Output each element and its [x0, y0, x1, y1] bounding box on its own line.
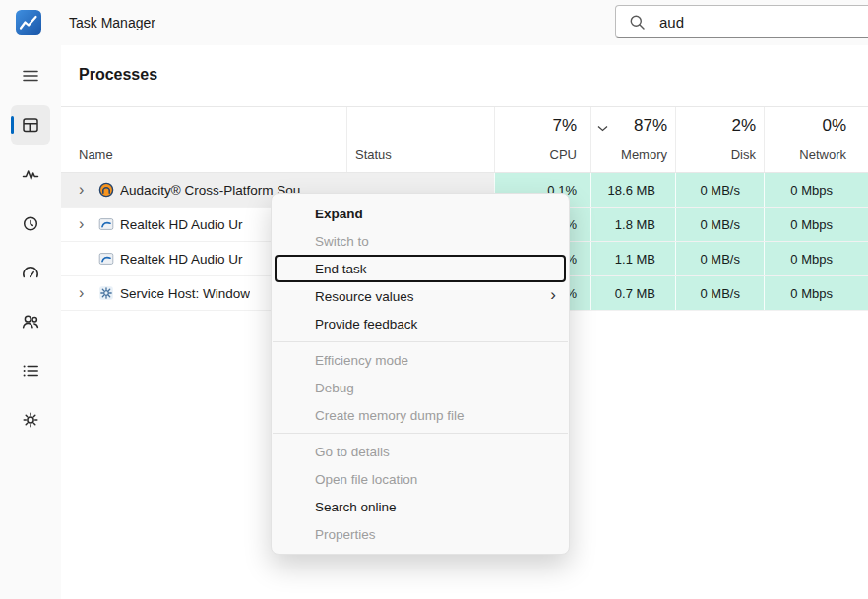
sort-indicator-icon [597, 118, 608, 136]
process-name: Realtek HD Audio Ur [120, 217, 243, 232]
process-disk: 0 MB/s [675, 173, 764, 207]
sidebar-item-services[interactable] [11, 400, 50, 440]
titlebar: Task Manager [0, 0, 868, 45]
page-title: Processes [61, 45, 868, 106]
menu-item-properties: Properties › [272, 520, 569, 548]
memory-total-usage: 87% [634, 116, 667, 136]
sidebar-item-details[interactable] [11, 351, 50, 390]
process-disk: 0 MB/s [675, 242, 764, 275]
sidebar-item-startup-apps[interactable] [11, 253, 50, 292]
menu-item-search-online[interactable]: Search online › [272, 493, 569, 520]
processes-icon [21, 115, 40, 135]
menu-item-expand[interactable]: Expand › [272, 200, 569, 227]
network-total-usage: 0% [822, 116, 846, 136]
column-header-cpu[interactable]: 7% CPU [494, 107, 590, 172]
process-network: 0 Mbps [764, 276, 868, 310]
process-disk: 0 MB/s [675, 276, 764, 310]
expander-chevron-icon[interactable]: › [79, 285, 93, 301]
app-history-icon [21, 213, 40, 233]
process-memory: 18.6 MB [590, 173, 675, 207]
search-icon [629, 14, 646, 30]
users-icon [21, 312, 40, 331]
cpu-total-usage: 7% [552, 116, 577, 136]
menu-separator [273, 433, 568, 434]
process-memory: 1.8 MB [590, 208, 675, 241]
menu-item-provide-feedback[interactable]: Provide feedback › [272, 310, 569, 337]
menu-item-create-memory-dump-file: Create memory dump file › [272, 401, 569, 429]
disk-total-usage: 2% [731, 116, 756, 136]
sidebar-item-performance[interactable] [11, 154, 50, 194]
menu-icon [21, 66, 40, 86]
sidebar-item-menu[interactable] [11, 56, 50, 95]
menu-item-open-file-location: Open file location › [272, 465, 569, 493]
expander-chevron-icon[interactable]: › [79, 182, 93, 198]
process-name: Service Host: Window [120, 286, 250, 301]
startup-apps-icon [21, 263, 40, 282]
search-box[interactable] [615, 5, 868, 38]
process-network: 0 Mbps [764, 173, 868, 207]
process-memory: 1.1 MB [590, 242, 675, 275]
realtek-icon [98, 216, 114, 232]
column-header-name[interactable]: Name [61, 107, 346, 172]
process-name: Realtek HD Audio Ur [120, 252, 243, 267]
process-disk: 0 MB/s [675, 208, 764, 241]
menu-item-go-to-details: Go to details › [272, 438, 569, 465]
context-menu: Expand › Switch to › End task › Resource… [271, 193, 570, 555]
process-network: 0 Mbps [764, 208, 868, 241]
process-memory: 0.7 MB [590, 276, 675, 310]
menu-item-end-task[interactable]: End task › [275, 255, 566, 282]
audacity-icon [98, 182, 114, 198]
menu-item-debug: Debug › [272, 374, 569, 401]
services-icon [21, 410, 40, 430]
table-header: Name Status 7% CPU 87% Memory 2% Disk 0%… [61, 106, 868, 173]
column-header-disk[interactable]: 2% Disk [675, 107, 764, 172]
sidebar-item-processes[interactable] [11, 105, 50, 145]
sidebar-item-app-history[interactable] [11, 204, 50, 243]
expander-chevron-icon[interactable]: › [79, 216, 93, 232]
app-title: Task Manager [69, 15, 155, 30]
column-header-network[interactable]: 0% Network [764, 107, 868, 172]
menu-separator [273, 341, 568, 342]
sidebar-item-users[interactable] [11, 302, 50, 341]
menu-item-efficiency-mode: Efficiency mode › [272, 346, 569, 374]
column-header-status[interactable]: Status [346, 107, 494, 172]
task-manager-logo-icon [16, 10, 41, 35]
realtek-icon [98, 251, 114, 267]
sidebar [0, 45, 61, 599]
menu-item-switch-to: Switch to › [272, 227, 569, 255]
column-header-memory[interactable]: 87% Memory [590, 107, 675, 172]
service-host-icon [98, 285, 114, 301]
details-icon [21, 361, 40, 381]
process-network: 0 Mbps [764, 242, 868, 275]
submenu-chevron-icon: › [550, 285, 556, 305]
menu-item-resource-values[interactable]: Resource values › [272, 282, 569, 310]
search-input[interactable] [659, 14, 846, 30]
performance-icon [21, 164, 40, 184]
